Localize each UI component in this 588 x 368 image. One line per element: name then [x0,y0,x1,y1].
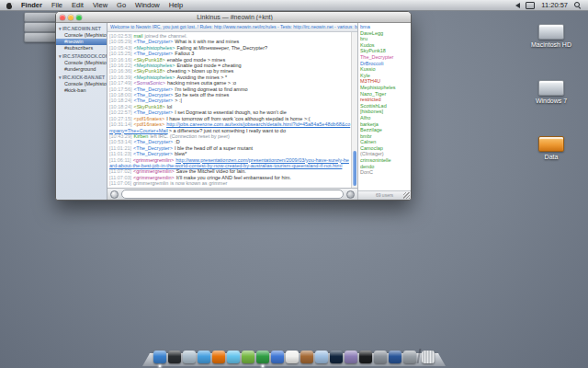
desktop-icon[interactable]: Macintosh HD [526,24,577,49]
nickname: <SkyPunk18> [133,68,164,74]
gear-icon[interactable] [346,190,355,199]
spotlight-icon[interactable] [573,1,582,9]
scrollbar-thumb[interactable] [353,151,356,186]
user-list-item[interactable]: Nazo_Tiger [360,91,409,98]
nickname: <The_Decrypter> [133,151,173,156]
display-icon[interactable] [526,2,535,9]
desktop-icon[interactable]: Data [526,136,577,161]
user-list-item[interactable]: crimsonintelle [360,157,409,164]
dock-app-icon[interactable] [330,351,343,363]
scrollbar[interactable] [351,32,357,188]
dock-app-icon[interactable] [212,351,225,363]
user-list-item[interactable]: [hisbones] [360,109,409,115]
nickname: <grimmergremlin> [133,175,175,180]
dock-app-icon[interactable] [345,351,357,363]
apple-menu-icon[interactable] [6,2,13,9]
window-titlebar[interactable]: Linkinus — #neowin (+knt) [56,12,411,23]
sidebar-row[interactable]: #subscribers [56,45,107,52]
desktop-icon[interactable]: Windows 7 [526,80,577,105]
user-list-item[interactable]: Camoclap [360,145,409,152]
sidebar-row-label: #subscribers [64,45,93,51]
dock-app-icon[interactable] [315,351,328,363]
timestamp: [10:43:29] [109,133,131,139]
desktop-icon-label: Data [526,154,577,161]
user-list-item[interactable]: ScottishLad [360,103,409,109]
nickname: <The_Decrypter> [133,98,173,103]
nickname: <Mephistopheles> [133,75,175,80]
zoom-button[interactable] [76,15,82,20]
dock-app-icon[interactable] [168,351,181,363]
sidebar-row[interactable]: #neowin [56,39,107,45]
sidebar-row-label: #kick-ban [64,87,86,93]
menu-item[interactable]: Go [112,1,130,9]
sidebar-row[interactable]: Console (Mephisto… [56,81,107,87]
nickname: <grimmergremlin> [133,157,175,163]
menu-item[interactable]: Help [164,1,187,9]
nickname: <pdf16nates> [133,116,164,121]
sidebar-row[interactable]: #underground [56,66,107,73]
dock-app-icon[interactable] [286,351,299,363]
menu-item[interactable]: File [47,1,67,9]
nickname: <Mephistopheles> [133,45,175,51]
menu-item[interactable]: View [88,1,112,9]
user-list-item[interactable]: bru [360,36,409,42]
resize-grip[interactable] [403,192,410,199]
user-list-item[interactable]: restricted [360,97,409,103]
user-list-item[interactable]: Kussio [360,66,409,73]
minimize-button[interactable] [68,15,74,20]
dock-app-icon[interactable] [389,351,401,363]
user-list-item[interactable]: Kyle [360,73,409,79]
desktop-icon-label: Macintosh HD [526,41,577,49]
dock-app-icon[interactable] [153,351,166,363]
sidebar-row-label: IRC.NEOWIN.NET [62,26,101,31]
user-list-item[interactable]: Kudos [360,42,409,49]
user-list-item[interactable]: (Clintager) [360,151,409,157]
message-text: enable god mode > mines [167,57,225,63]
user-list-item[interactable]: Calnen [360,139,409,145]
sidebar-row[interactable]: IRC.KICK-BAN.NET [56,75,107,81]
user-list-item[interactable]: dendo [360,164,409,170]
user-list-item[interactable]: bmbr [360,133,409,140]
dock-app-icon[interactable] [271,351,284,363]
user-list-item[interactable]: The_Decrypter [360,54,409,61]
user-list-item[interactable]: Bezzilage [360,127,409,133]
dock-app-icon[interactable] [374,351,387,363]
dock-app-icon[interactable] [300,351,313,363]
message-text: Failing at Minesweeper, The_Decrypter? [176,45,267,51]
timestamp: [10:16:36] [109,68,131,74]
user-list-item[interactable]: Alfro [360,115,409,121]
user-list-item[interactable]: M3TH4U [360,78,409,85]
user-list-item[interactable]: SkyPunk18 [360,48,409,54]
dock-app-icon[interactable] [227,351,240,363]
user-name: M3TH4U [360,78,380,84]
sidebar-row[interactable]: IRC.NEOWIN.NET [56,26,107,32]
close-button[interactable] [60,15,65,20]
menu-item[interactable]: Window [130,1,164,9]
sidebar-row[interactable]: IRC.STABDOCK.COM [56,53,107,60]
sidebar-row[interactable]: Console (Mephisto… [56,32,107,39]
sidebar-row[interactable]: #kick-ban [56,87,107,94]
dock-app-icon[interactable] [422,351,435,363]
dock-app-icon[interactable] [242,351,254,363]
message-input[interactable] [121,190,344,199]
dock-app-icon[interactable] [183,351,196,363]
dock-app-icon[interactable] [359,351,372,363]
menu-clock[interactable]: 11:20:57 [537,1,571,9]
sidebar-row[interactable]: Console (Mephisto… [56,60,107,66]
menu-item[interactable]: Finder [17,1,47,9]
user-list-item[interactable]: DaveLegg [360,30,409,37]
volume-icon[interactable] [513,3,520,8]
user-list-item[interactable]: barkerja [360,121,409,128]
dock-app-icon[interactable] [198,351,210,363]
dock-app-icon[interactable] [256,351,269,363]
menu-item[interactable]: Edit [67,1,88,9]
user-list-item[interactable]: bma [360,24,409,30]
user-list-item[interactable]: DonC [360,169,409,176]
dock-app-icon[interactable] [417,349,422,363]
dock-app-icon[interactable] [403,351,416,363]
user-list-item[interactable]: Mephistopheles [360,85,409,91]
sidebar-row-label: Console (Mephisto… [64,32,107,38]
message-list: [10:02:53]mailjoined the channel. [10:05… [109,33,351,188]
user-list-item[interactable]: DrBroccoli [360,61,409,67]
emoticon-icon[interactable] [110,190,119,199]
